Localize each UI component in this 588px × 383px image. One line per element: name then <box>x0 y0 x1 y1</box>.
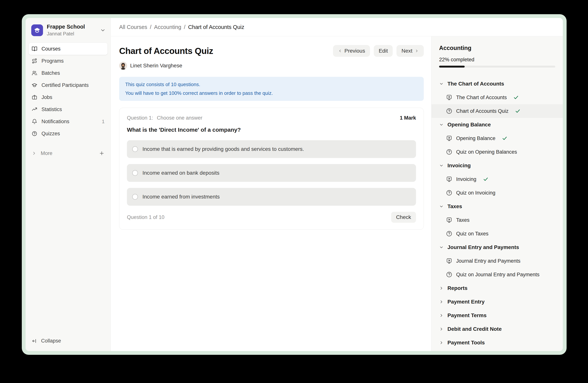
notifications-count-badge: 1 <box>102 119 105 125</box>
main-panel: Chart of Accounts Quiz Previous Edit Nex… <box>111 36 431 351</box>
quiz-on-invoicing[interactable]: Quiz on Invoicing <box>432 186 563 200</box>
chevron-down-icon <box>439 81 444 86</box>
content-column: All Courses / Accounting / Chart of Acco… <box>111 18 563 351</box>
lesson-label: The Chart of Accounts <box>456 95 507 100</box>
bell-icon <box>32 119 37 124</box>
chevron-right-icon <box>439 327 444 331</box>
previous-button[interactable]: Previous <box>333 45 370 57</box>
check-button[interactable]: Check <box>391 212 416 223</box>
breadcrumb-accounting[interactable]: Accounting <box>154 24 181 30</box>
breadcrumb-separator: / <box>184 24 186 30</box>
chapter-journal-entry-and-payments[interactable]: Journal Entry and Payments <box>432 241 563 254</box>
chevron-right-icon <box>415 49 419 53</box>
quiz-chart-of-accounts-quiz[interactable]: Chart of Accounts Quiz <box>432 104 563 118</box>
question-progress: Question 1 of 10 <box>127 214 165 220</box>
quiz-on-journal-entry-and-payments[interactable]: Quiz on Journal Entry and Payments <box>432 268 563 281</box>
plus-icon[interactable] <box>99 151 105 156</box>
quiz-label: Quiz on Taxes <box>456 231 488 237</box>
users-icon <box>32 70 37 76</box>
radio-button[interactable] <box>132 194 138 200</box>
chapter-title: Payment Tools <box>447 340 485 346</box>
chapter-taxes[interactable]: Taxes <box>432 200 563 213</box>
edit-button[interactable]: Edit <box>374 45 393 57</box>
sidebar-item-quizzes[interactable]: Quizzes <box>29 128 108 140</box>
trending-up-icon <box>32 107 37 112</box>
quiz-icon <box>446 271 452 278</box>
lesson-journal-entry-and-payments[interactable]: Journal Entry and Payments <box>432 254 563 268</box>
sidebar-item-batches[interactable]: Batches <box>29 67 108 79</box>
quiz-label: Quiz on Journal Entry and Payments <box>456 272 540 278</box>
sidebar-collapse-button[interactable]: Collapse <box>26 338 111 351</box>
quiz-label: Quiz on Invoicing <box>456 190 495 196</box>
app-window: Frappe School Jannat Patel Courses Progr… <box>26 18 563 351</box>
workspace-switcher[interactable]: Frappe School Jannat Patel <box>26 18 111 41</box>
lesson-icon <box>446 176 452 182</box>
author-name: Linet Sherin Varghese <box>130 63 182 69</box>
sidebar-item-statistics[interactable]: Statistics <box>29 103 108 115</box>
lesson-icon <box>446 258 452 264</box>
chevron-right-icon <box>439 313 444 318</box>
sidebar-item-label: Jobs <box>42 95 52 100</box>
option-label: Income earned from investments <box>143 194 220 200</box>
answer-option-3[interactable]: Income earned from investments <box>127 188 416 206</box>
sidebar-item-certified-participants[interactable]: Certified Participants <box>29 79 108 91</box>
breadcrumb-current: Chart of Accounts Quiz <box>188 24 244 30</box>
chapter-title: Payment Terms <box>447 312 486 319</box>
graduation-cap-icon <box>34 27 41 34</box>
chapter-opening-balance[interactable]: Opening Balance <box>432 118 563 132</box>
chapter-invoicing[interactable]: Invoicing <box>432 159 563 172</box>
check-icon <box>502 135 507 141</box>
chevron-left-icon <box>338 49 342 53</box>
answer-options: Income that is earned by providing goods… <box>127 140 416 206</box>
breadcrumb-bar: All Courses / Accounting / Chart of Acco… <box>111 18 563 36</box>
chapter-payment-terms[interactable]: Payment Terms <box>432 309 563 322</box>
sidebar-more[interactable]: More <box>29 147 108 159</box>
chapter-the-chart-of-accounts[interactable]: The Chart of Accounts <box>432 77 563 91</box>
frappe-school-logo <box>31 24 43 36</box>
quiz-icon <box>446 149 452 155</box>
sidebar-item-jobs[interactable]: Jobs <box>29 91 108 103</box>
radio-button[interactable] <box>132 146 138 152</box>
question-card-header: Question 1: Choose one answer 1 Mark <box>127 115 416 121</box>
school-name: Frappe School <box>47 24 85 30</box>
question-number-label: Question 1: <box>127 115 153 121</box>
sidebar-item-label: Certified Participants <box>42 82 89 88</box>
content-row: Chart of Accounts Quiz Previous Edit Nex… <box>111 36 563 351</box>
sidebar-item-label: Batches <box>42 70 60 76</box>
lesson-icon <box>446 135 452 142</box>
chevron-down-icon <box>100 27 106 33</box>
sidebar-item-notifications[interactable]: Notifications 1 <box>29 115 108 128</box>
collapse-sidebar-icon <box>32 338 37 344</box>
avatar <box>119 62 127 70</box>
chevron-down-icon <box>439 122 444 127</box>
lesson-opening-balance[interactable]: Opening Balance <box>432 132 563 145</box>
chapter-reports[interactable]: Reports <box>432 281 563 295</box>
author-row: Linet Sherin Varghese <box>119 62 424 70</box>
lesson-taxes[interactable]: Taxes <box>432 213 563 227</box>
quiz-icon <box>446 230 452 237</box>
sidebar-item-courses[interactable]: Courses <box>29 43 108 55</box>
chapter-payment-tools[interactable]: Payment Tools <box>432 336 563 349</box>
chevron-down-icon <box>439 245 444 249</box>
chapter-title: Payment Entry <box>447 299 484 305</box>
quiz-on-taxes[interactable]: Quiz on Taxes <box>432 227 563 241</box>
chapter-title: The Chart of Accounts <box>447 81 504 87</box>
user-name: Jannat Patel <box>47 31 85 37</box>
option-label: Income that is earned by providing goods… <box>143 146 304 152</box>
quiz-toolbar: Previous Edit Next <box>333 45 424 57</box>
sidebar-item-programs[interactable]: Programs <box>29 55 108 67</box>
answer-option-1[interactable]: Income that is earned by providing goods… <box>127 140 416 158</box>
lesson-the-chart-of-accounts[interactable]: The Chart of Accounts <box>432 91 563 104</box>
breadcrumb-all-courses[interactable]: All Courses <box>119 24 147 30</box>
quiz-label: Chart of Accounts Quiz <box>456 108 508 114</box>
next-button[interactable]: Next <box>397 45 424 57</box>
chapter-debit-and-credit-note[interactable]: Debit and Credit Note <box>432 322 563 336</box>
sidebar-item-label: Courses <box>42 46 61 52</box>
check-icon <box>513 95 519 100</box>
chapter-payment-entry[interactable]: Payment Entry <box>432 295 563 309</box>
answer-option-2[interactable]: Income earned on bank deposits <box>127 164 416 182</box>
notice-line-2: You will have to get 100% correct answer… <box>125 90 418 96</box>
quiz-on-opening-balances[interactable]: Quiz on Opening Balances <box>432 145 563 159</box>
lesson-invoicing[interactable]: Invoicing <box>432 172 563 186</box>
radio-button[interactable] <box>132 170 138 176</box>
